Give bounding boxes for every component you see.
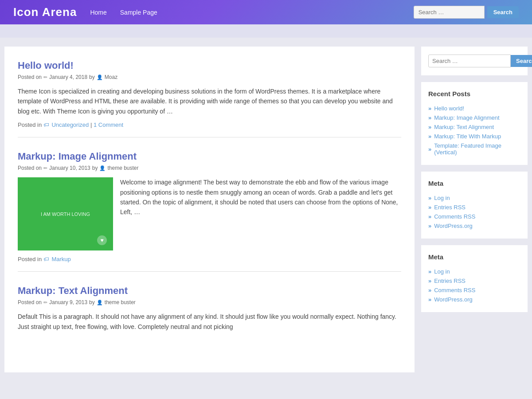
recent-posts-title: Recent Posts bbox=[428, 90, 520, 98]
meta-link-1-1[interactable]: Log in bbox=[434, 195, 450, 201]
header-search-input[interactable] bbox=[414, 6, 485, 19]
list-item: Hello world! bbox=[428, 104, 520, 113]
post-title-link-3[interactable]: Markup: Text Alignment bbox=[18, 285, 128, 296]
post-hello-world: Hello world! Posted on ✏ January 4, 2018… bbox=[18, 60, 401, 137]
sidebar-search-input[interactable] bbox=[428, 55, 511, 67]
post-meta-3: Posted on ✏ January 9, 2013 by 👤 theme b… bbox=[18, 299, 401, 305]
list-item: Template: Featured Image (Vertical) bbox=[428, 141, 520, 157]
post-title-1: Hello world! bbox=[18, 60, 401, 71]
post-image-alignment: Markup: Image Alignment Posted on ✏ Janu… bbox=[18, 151, 401, 272]
user-icon-1: 👤 bbox=[97, 74, 103, 80]
meta-list-1: Log in Entries RSS Comments RSS WordPres… bbox=[428, 193, 520, 231]
list-item: WordPress.org bbox=[428, 295, 520, 304]
list-item: Comments RSS bbox=[428, 212, 520, 221]
posted-on-label-3: Posted on bbox=[18, 299, 42, 305]
meta-link-2-2[interactable]: Entries RSS bbox=[434, 278, 466, 284]
pencil-icon-1: ✏ bbox=[43, 74, 47, 80]
post-title-link-1[interactable]: Hello world! bbox=[18, 60, 74, 71]
post-category-1[interactable]: Uncategorized bbox=[51, 121, 89, 128]
list-item: Markup: Text Alignment bbox=[428, 122, 520, 132]
meta-widget-2: Meta Log in Entries RSS Comments RSS Wor… bbox=[421, 245, 528, 312]
user-icon-3: 👤 bbox=[97, 300, 103, 305]
meta-link-2-3[interactable]: Comments RSS bbox=[434, 287, 475, 293]
recent-post-link-1[interactable]: Hello world! bbox=[434, 105, 464, 112]
recent-post-link-3[interactable]: Markup: Text Alignment bbox=[434, 124, 494, 130]
main-wrapper: Hello world! Posted on ✏ January 4, 2018… bbox=[0, 47, 532, 372]
recent-posts-list: Hello world! Markup: Image Alignment Mar… bbox=[428, 104, 520, 157]
by-label-3: by bbox=[89, 299, 95, 305]
post-thumbnail-2: I AM WORTH LOVING ♥ bbox=[18, 177, 113, 250]
by-label-2: by bbox=[92, 165, 98, 171]
recent-posts-widget: Recent Posts Hello world! Markup: Image … bbox=[421, 82, 528, 165]
post-excerpt-2: Welcome to image alignment! The best way… bbox=[120, 177, 401, 245]
meta-link-1-2[interactable]: Entries RSS bbox=[434, 204, 466, 211]
post-meta-1: Posted on ✏ January 4, 2018 by 👤 Moaz bbox=[18, 74, 401, 80]
user-icon-2: 👤 bbox=[99, 165, 106, 171]
thumbnail-text-2: I AM WORTH LOVING bbox=[36, 207, 94, 221]
recent-post-link-2[interactable]: Markup: Image Alignment bbox=[434, 114, 499, 121]
posted-on-label-2: Posted on bbox=[18, 165, 42, 171]
meta-link-1-3[interactable]: Comments RSS bbox=[434, 213, 475, 220]
sidebar-search-widget: Search bbox=[421, 47, 528, 75]
post-excerpt-3: Default This is a paragraph. It should n… bbox=[18, 312, 401, 332]
posted-on-label-1: Posted on bbox=[18, 74, 42, 80]
post-text-alignment: Markup: Text Alignment Posted on ✏ Janua… bbox=[18, 285, 401, 346]
list-item: Log in bbox=[428, 193, 520, 203]
post-title-3: Markup: Text Alignment bbox=[18, 285, 401, 297]
post-title-2: Markup: Image Alignment bbox=[18, 151, 401, 162]
list-item: Markup: Image Alignment bbox=[428, 113, 520, 122]
subheader-band bbox=[0, 24, 532, 38]
nav-sample-page[interactable]: Sample Page bbox=[120, 9, 157, 16]
header-nav: Home Sample Page bbox=[90, 9, 157, 16]
post-author-1: Moaz bbox=[105, 74, 117, 80]
list-item: Log in bbox=[428, 267, 520, 276]
pencil-icon-2: ✏ bbox=[43, 165, 47, 171]
post-footer-2: Posted in 🏷 Markup bbox=[18, 256, 401, 262]
tag-icon-2: 🏷 bbox=[43, 256, 49, 262]
header-search-form: Search bbox=[414, 6, 519, 19]
posted-in-label-1: Posted in bbox=[18, 121, 42, 128]
post-date-3: January 9, 2013 bbox=[49, 299, 87, 305]
post-author-3: theme buster bbox=[105, 299, 136, 305]
site-header: Icon Arena Home Sample Page Search bbox=[0, 0, 532, 24]
post-title-link-2[interactable]: Markup: Image Alignment bbox=[18, 151, 137, 162]
by-label-1: by bbox=[89, 74, 95, 80]
recent-post-link-4[interactable]: Markup: Title With Markup bbox=[434, 133, 501, 140]
meta-widget-1: Meta Log in Entries RSS Comments RSS Wor… bbox=[421, 172, 528, 239]
meta-title-2: Meta bbox=[428, 253, 520, 261]
post-image-wrap-2: I AM WORTH LOVING ♥ Welcome to image ali… bbox=[18, 177, 401, 250]
list-item: Markup: Title With Markup bbox=[428, 132, 520, 141]
post-date-2: January 10, 2013 bbox=[49, 165, 90, 171]
nav-home[interactable]: Home bbox=[90, 9, 106, 16]
post-excerpt-1: Theme Icon is specialized in creating an… bbox=[18, 86, 401, 116]
posted-in-label-2: Posted in bbox=[18, 256, 42, 262]
post-date-1: January 4, 2018 bbox=[49, 74, 87, 80]
list-item: Entries RSS bbox=[428, 276, 520, 286]
post-author-2: theme buster bbox=[107, 165, 138, 171]
post-footer-1: Posted in 🏷 Uncategorized | 1 Comment bbox=[18, 121, 401, 128]
post-category-2[interactable]: Markup bbox=[51, 256, 70, 262]
sidebar: Search Recent Posts Hello world! Markup:… bbox=[421, 47, 528, 372]
meta-link-2-4[interactable]: WordPress.org bbox=[434, 296, 472, 303]
recent-post-link-5[interactable]: Template: Featured Image (Vertical) bbox=[434, 142, 520, 156]
post-comment-link-1[interactable]: 1 Comment bbox=[94, 121, 123, 128]
pencil-icon-3: ✏ bbox=[43, 300, 47, 305]
site-title: Icon Arena bbox=[13, 5, 77, 19]
list-item: WordPress.org bbox=[428, 221, 520, 231]
list-item: Comments RSS bbox=[428, 286, 520, 295]
comment-separator-1: | bbox=[90, 121, 92, 128]
thumbnail-logo-2: ♥ bbox=[97, 235, 107, 245]
list-item: Entries RSS bbox=[428, 203, 520, 212]
header-left: Icon Arena Home Sample Page bbox=[13, 5, 157, 19]
header-search-button[interactable]: Search bbox=[487, 6, 519, 18]
meta-title-1: Meta bbox=[428, 180, 520, 187]
tag-icon-1: 🏷 bbox=[43, 121, 49, 128]
sidebar-search-button[interactable]: Search bbox=[511, 55, 532, 67]
meta-list-2: Log in Entries RSS Comments RSS WordPres… bbox=[428, 267, 520, 304]
meta-link-2-1[interactable]: Log in bbox=[434, 268, 450, 275]
sidebar-search-form: Search bbox=[428, 55, 520, 67]
post-meta-2: Posted on ✏ January 10, 2013 by 👤 theme … bbox=[18, 165, 401, 171]
meta-link-1-4[interactable]: WordPress.org bbox=[434, 223, 472, 229]
main-content: Hello world! Posted on ✏ January 4, 2018… bbox=[4, 47, 415, 372]
